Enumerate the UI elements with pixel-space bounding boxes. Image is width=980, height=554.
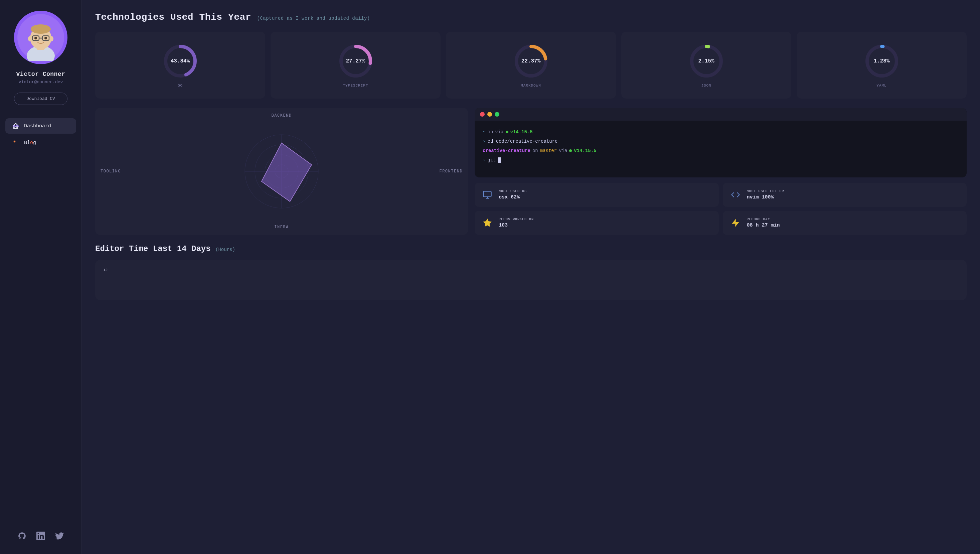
radar-svg: [235, 125, 328, 218]
terminal-body: ~ on via v14.15.5 › cd code/creative-cre…: [475, 121, 967, 171]
user-email: victor@conner.dev: [19, 80, 63, 84]
donut-go: 43.84%: [162, 43, 199, 80]
tech-card-markdown: 22.37% MARKDOWN: [446, 32, 616, 99]
node-dot-icon: [506, 131, 508, 133]
svg-point-4: [31, 24, 51, 34]
terminal-and-stats: ~ on via v14.15.5 › cd code/creative-cre…: [475, 108, 967, 235]
terminal-line-3: creative-creature on master via v14.15.5: [483, 146, 959, 155]
donut-yaml: 1.28%: [864, 43, 900, 80]
tech-cards-row: 43.84% GO 27.27% TYPESCRIPT: [95, 32, 967, 99]
twitter-link[interactable]: [55, 531, 64, 541]
code-icon: [730, 189, 741, 201]
tech-card-go: 43.84% GO: [95, 32, 265, 99]
donut-typescript: 27.27%: [337, 43, 374, 80]
terminal-maximize-button[interactable]: [495, 112, 500, 116]
star-icon: [481, 217, 493, 229]
sidebar-item-blog-label: Blog: [24, 140, 36, 146]
terminal-close-button[interactable]: [480, 112, 485, 116]
donut-markdown: 22.37%: [513, 43, 549, 80]
svg-rect-13: [14, 141, 15, 142]
user-name: Victor Conner: [16, 71, 65, 78]
terminal-minimize-button[interactable]: [487, 112, 492, 116]
editor-section-title: Editor Time Last 14 Days (Hours): [95, 244, 967, 253]
download-cv-button[interactable]: Download CV: [14, 92, 67, 105]
main-content: Technologies Used This Year (Captured as…: [82, 0, 980, 554]
svg-point-8: [34, 37, 37, 40]
radar-label-infra: INFRA: [274, 225, 289, 229]
svg-rect-36: [483, 191, 491, 197]
donut-json: 2.15%: [688, 43, 725, 80]
terminal-titlebar: [475, 108, 967, 121]
terminal-line-2: › cd code/creative-creature: [483, 137, 959, 146]
tech-section-title: Technologies Used This Year (Captured as…: [95, 12, 967, 22]
terminal-line-1: ~ on via v14.15.5: [483, 127, 959, 137]
tech-card-json: 2.15% JSON: [621, 32, 791, 99]
tech-card-yaml: 1.28% YAML: [797, 32, 967, 99]
sidebar: Victor Conner victor@conner.dev Download…: [0, 0, 82, 554]
linkedin-link[interactable]: [36, 531, 45, 541]
stat-card-repos: REPOS WORKED ON 103: [475, 211, 719, 235]
stat-cards-grid: MOST USED OS osx 62% MOST USED EDITOR: [475, 183, 967, 235]
github-link[interactable]: [18, 531, 27, 541]
social-links: [12, 526, 70, 546]
stat-card-record: RECORD DAY 08 h 27 min: [723, 211, 967, 235]
tech-card-typescript: 27.27% TYPESCRIPT: [270, 32, 441, 99]
terminal: ~ on via v14.15.5 › cd code/creative-cre…: [475, 108, 967, 177]
radar-label-frontend: FRONTEND: [439, 169, 463, 174]
blog-icon: [12, 139, 19, 146]
svg-marker-39: [483, 219, 491, 226]
stat-card-os: MOST USED OS osx 62%: [475, 183, 719, 207]
editor-chart-area: 12: [95, 260, 967, 300]
radar-chart-card: BACKEND FRONTEND INFRA TOOLING: [95, 108, 468, 235]
radar-label-tooling: TOOLING: [100, 169, 121, 174]
dashboard-icon: [12, 122, 19, 130]
nav-items: Dashboard Blog: [0, 118, 81, 150]
radar-label-backend: BACKEND: [272, 113, 292, 118]
bottom-section: BACKEND FRONTEND INFRA TOOLING: [95, 108, 967, 235]
svg-marker-35: [261, 143, 312, 202]
svg-marker-40: [732, 219, 739, 226]
monitor-icon: [481, 189, 493, 201]
sidebar-item-dashboard[interactable]: Dashboard: [5, 118, 76, 134]
svg-point-9: [45, 37, 47, 40]
svg-point-10: [28, 36, 32, 41]
terminal-line-4: › git: [483, 155, 959, 165]
svg-point-11: [49, 36, 53, 41]
lightning-icon: [730, 217, 741, 229]
terminal-cursor: [498, 158, 501, 163]
sidebar-item-blog[interactable]: Blog: [5, 135, 76, 150]
avatar: [14, 11, 67, 64]
editor-section: Editor Time Last 14 Days (Hours) 12: [95, 244, 967, 300]
node-dot-icon-2: [569, 150, 572, 152]
stat-card-editor: MOST USED EDITOR nvim 100%: [723, 183, 967, 207]
sidebar-item-dashboard-label: Dashboard: [24, 123, 51, 129]
